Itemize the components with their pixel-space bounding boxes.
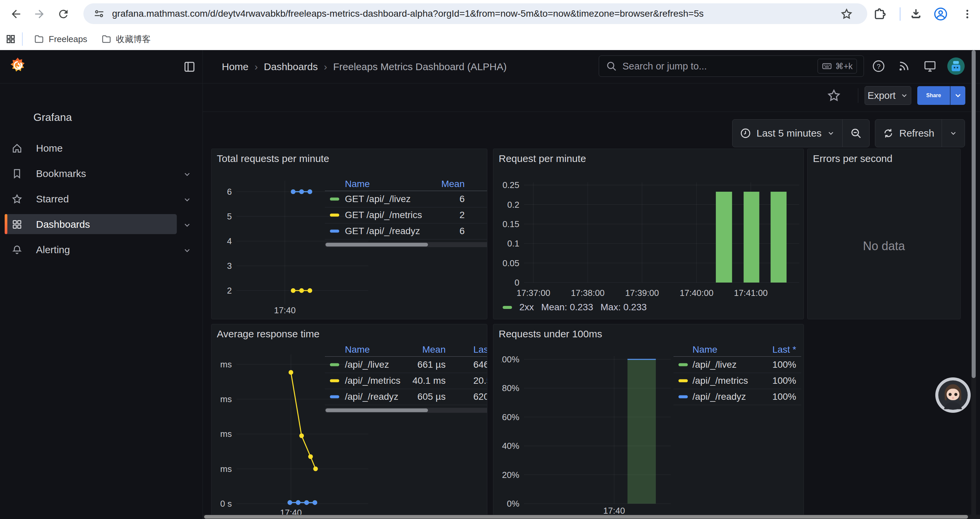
request-per-minute-legend[interactable]: 2xx Mean: 0.233 Max: 0.233 [503, 302, 647, 313]
row-divider [325, 389, 487, 389]
refresh-button[interactable]: Refresh [875, 120, 942, 147]
table-hscrollbar-track[interactable] [325, 408, 487, 413]
table-cell: /api/_/livez [692, 359, 737, 370]
extensions-button[interactable] [870, 5, 889, 23]
legend-table-row[interactable]: /api/_/metrics40.1 ms20.5 r [325, 373, 487, 389]
breadcrumb-item-2: Freeleaps Metrics Dashboard (ALPHA) [333, 61, 507, 72]
back-button[interactable] [7, 5, 25, 23]
sidebar-item-home[interactable]: Home [0, 135, 203, 161]
series-color-pill [330, 395, 339, 398]
user-avatar[interactable] [947, 57, 965, 75]
table-header[interactable]: Name [692, 344, 718, 355]
panel-title[interactable]: Average response time [217, 328, 320, 340]
breadcrumb-item-0[interactable]: Home [222, 61, 248, 72]
table-cell: 100% [772, 359, 796, 370]
legend-table-row[interactable]: GET /api/_/readyz6 [325, 223, 487, 239]
legend-table-row[interactable]: GET /api/_/metrics2 [325, 207, 487, 223]
series-color-pill [330, 214, 339, 217]
sidebar-item-dashboards[interactable]: Dashboards [0, 211, 203, 237]
legend-table-row[interactable]: /api/_/metrics100% [673, 373, 801, 389]
forward-button[interactable] [30, 5, 49, 23]
panel-title[interactable]: Requests under 100ms [499, 328, 602, 340]
svg-text:60 ms: 60 ms [218, 394, 232, 404]
zoom-out-button[interactable] [843, 120, 869, 147]
legend-table-row[interactable]: /api/_/readyz605 µs620 [325, 389, 487, 405]
home-icon [11, 143, 23, 154]
chevron-down-icon[interactable] [183, 246, 191, 255]
table-hscrollbar-track[interactable] [325, 242, 487, 247]
horizontal-scrollbar-thumb[interactable] [204, 515, 968, 519]
table-header[interactable]: Las [473, 344, 487, 355]
legend-table-row[interactable]: /api/_/livez100% [673, 357, 801, 373]
assistant-avatar[interactable] [935, 377, 970, 413]
request-per-minute-chart: 00.050.10.150.20.2517:37:0017:38:0017:39… [501, 176, 803, 319]
under-100ms-legend-table: NameLast */api/_/livez100%/api/_/metrics… [673, 343, 801, 405]
share-menu-button[interactable] [950, 86, 965, 105]
sidebar-item-starred[interactable]: Starred [0, 186, 203, 211]
panel-errors-per-second: Errors per second No data [807, 149, 961, 319]
rss-icon [897, 59, 911, 73]
svg-text:40 ms: 40 ms [218, 429, 232, 439]
sidebar-item-label: Home [36, 143, 63, 154]
series-color-pill [330, 198, 339, 201]
table-hscrollbar-thumb[interactable] [326, 409, 428, 412]
sidebar-item-alerting[interactable]: Alerting [0, 237, 203, 262]
breadcrumb-separator: › [324, 61, 327, 72]
table-cell: /api/_/metrics [692, 375, 748, 386]
table-header[interactable]: Last * [772, 344, 796, 355]
svg-text:100%: 100% [501, 355, 519, 364]
svg-text:40%: 40% [502, 441, 519, 451]
browser-menu-button[interactable] [958, 5, 977, 23]
chevron-down-icon[interactable] [183, 221, 191, 230]
breadcrumb-item-1[interactable]: Dashboards [264, 61, 318, 72]
help-button[interactable]: ? [870, 58, 886, 74]
chevron-down-icon[interactable] [183, 195, 191, 204]
avg-response-legend-table: NameMeanLas/api/_/livez661 µs646/api/_/m… [325, 343, 487, 413]
sidebar-toggle-icon [183, 60, 196, 73]
legend-table-row[interactable]: /api/_/readyz100% [673, 389, 801, 405]
search-input[interactable]: Search or jump to... ⌘+k [599, 56, 864, 77]
panel-requests-under-100ms: Requests under 100ms 100%80%60%40%20%0%1… [493, 324, 804, 519]
star-icon [11, 193, 23, 205]
display-button[interactable] [922, 58, 938, 74]
chevron-down-icon[interactable] [183, 170, 191, 179]
profile-button[interactable] [931, 5, 950, 23]
legend-table-row[interactable]: /api/_/livez661 µs646 [325, 357, 487, 373]
table-header[interactable]: Name [345, 344, 370, 355]
bookmark-folder-1[interactable]: 收藏博客 [96, 31, 156, 47]
bookmark-page-button[interactable] [837, 5, 856, 23]
panel-title[interactable]: Request per minute [499, 153, 586, 164]
star-icon [840, 8, 853, 21]
share-button[interactable]: Share [917, 86, 950, 105]
downloads-button[interactable] [907, 5, 925, 23]
breadcrumb: Home›Dashboards›Freeleaps Metrics Dashbo… [222, 61, 507, 72]
sidebar-item-bookmarks[interactable]: Bookmarks [0, 161, 203, 186]
url-text: grafana.mathmast.com/d/deytv4rwavabkb/fr… [112, 8, 703, 19]
news-button[interactable] [896, 58, 912, 74]
export-button[interactable]: Export [865, 86, 911, 105]
series-color-pill [678, 395, 688, 398]
svg-text:0%: 0% [507, 498, 519, 509]
table-header[interactable]: Mean [422, 344, 445, 355]
url-bar[interactable]: grafana.mathmast.com/d/deytv4rwavabkb/fr… [83, 3, 867, 24]
reload-button[interactable] [54, 5, 73, 23]
row-divider [673, 389, 801, 389]
legend-max: Max: 0.233 [600, 302, 647, 313]
legend-table-row[interactable]: GET /api/_/livez6 [325, 191, 487, 207]
sidebar-toggle-button[interactable] [183, 60, 196, 75]
panel-title[interactable]: Errors per second [813, 153, 892, 164]
vertical-scrollbar-thumb[interactable] [972, 50, 976, 378]
legend-mean: Mean: 0.233 [541, 302, 593, 313]
avatar-girl-image [938, 380, 968, 410]
table-header[interactable]: Mean [441, 179, 465, 189]
table-hscrollbar-thumb[interactable] [326, 243, 428, 246]
svg-text:0: 0 [515, 278, 519, 287]
table-header[interactable]: Name [345, 179, 370, 189]
apps-button[interactable] [3, 31, 19, 47]
panel-title[interactable]: Total requests per minute [217, 153, 329, 164]
favorite-dashboard-button[interactable] [827, 88, 841, 104]
table-header-row: NameMeanLas [325, 343, 487, 357]
time-range-picker[interactable]: Last 5 minutes [732, 120, 842, 147]
refresh-interval-button[interactable] [942, 120, 965, 147]
bookmark-folder-0[interactable]: Freeleaps [29, 31, 93, 47]
